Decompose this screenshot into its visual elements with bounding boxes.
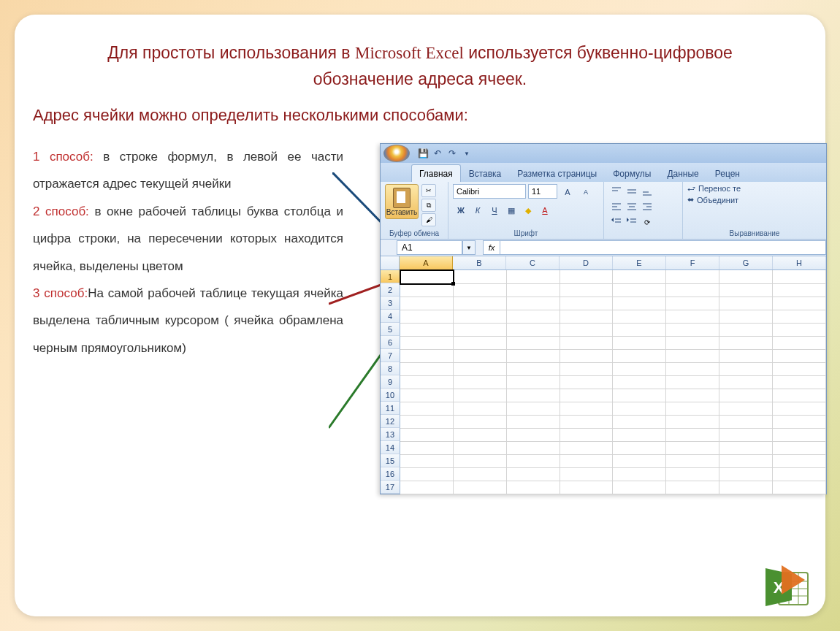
cell[interactable] [666,402,719,416]
cell[interactable] [719,415,773,429]
cell[interactable] [773,362,826,376]
cell[interactable] [719,441,773,455]
cell[interactable] [507,297,560,310]
decrease-font-icon[interactable]: A [578,184,594,200]
cell[interactable] [719,428,773,442]
cell[interactable] [613,310,666,324]
undo-icon[interactable]: ↶ [432,148,443,159]
name-box[interactable]: A1 [397,240,462,255]
merge-button[interactable]: ⬌ Объединит [687,195,822,204]
align-bottom-icon[interactable] [639,184,655,199]
cell[interactable] [773,323,826,337]
cell[interactable] [454,402,507,416]
decrease-indent-icon[interactable] [608,215,625,229]
cell[interactable] [454,362,507,376]
cell[interactable] [773,297,826,310]
cell[interactable] [400,362,454,376]
cell[interactable] [666,270,719,284]
cell[interactable] [666,349,719,363]
cell[interactable] [613,441,666,455]
font-name-selector[interactable]: Calibri [453,184,526,199]
cell[interactable] [613,336,666,350]
cell[interactable] [560,428,614,442]
cell[interactable] [613,428,666,442]
cell[interactable] [773,310,826,324]
cell[interactable] [719,297,773,310]
cell[interactable] [400,481,454,494]
align-top-icon[interactable] [608,184,625,199]
cell[interactable] [666,297,719,310]
cell[interactable] [773,441,826,455]
ribbon-tab[interactable]: Разметка страницы [509,164,605,182]
cell[interactable] [560,402,614,416]
cell[interactable] [400,454,454,468]
cell[interactable] [666,336,719,350]
row-header[interactable]: 14 [381,441,400,454]
cell[interactable] [560,283,614,297]
cell[interactable] [560,323,614,337]
cell[interactable] [400,310,454,324]
row-header[interactable]: 6 [381,336,400,349]
cell[interactable] [400,389,454,402]
cell[interactable] [560,454,614,468]
bold-button[interactable]: Ж [453,202,469,218]
cell[interactable] [773,349,826,363]
cell[interactable] [666,467,719,481]
cell[interactable] [454,454,507,468]
cell[interactable] [454,323,507,337]
cell[interactable] [507,323,560,337]
cell[interactable] [507,349,560,363]
column-header[interactable]: C [506,256,560,269]
cell[interactable] [613,270,666,284]
ribbon-tab[interactable]: Данные [659,164,706,182]
ribbon-tab[interactable]: Вставка [461,164,510,182]
row-header[interactable]: 13 [381,428,400,441]
ribbon-tab[interactable]: Рецен [707,164,748,182]
cell[interactable] [666,375,719,389]
cell[interactable] [507,415,560,429]
cell[interactable] [560,310,614,324]
border-icon[interactable]: ▦ [503,202,519,218]
cell[interactable] [719,454,773,468]
office-button[interactable] [383,145,410,162]
redo-icon[interactable]: ↷ [446,148,458,159]
cell[interactable] [719,283,773,297]
fill-color-icon[interactable]: ◆ [520,202,536,218]
column-header[interactable]: F [666,256,719,269]
cell[interactable] [719,481,773,494]
cell[interactable] [719,270,773,284]
column-header[interactable]: H [773,256,826,269]
cell[interactable] [613,297,666,310]
cell[interactable] [719,336,773,350]
cell[interactable] [507,375,560,389]
cell[interactable] [507,283,560,297]
cell[interactable] [773,481,826,494]
formula-bar[interactable] [500,240,826,255]
row-header[interactable]: 1 [381,270,400,283]
cell[interactable] [719,362,773,376]
ribbon-tab[interactable]: Формулы [605,164,659,182]
name-box-dropdown-icon[interactable]: ▼ [462,240,476,255]
cell[interactable] [773,402,826,416]
cell[interactable] [773,270,826,284]
cell[interactable] [613,402,666,416]
cell[interactable] [719,375,773,389]
cell[interactable] [507,428,560,442]
cell[interactable] [773,454,826,468]
active-cell[interactable] [400,270,454,284]
cell[interactable] [454,310,507,324]
cell[interactable] [400,441,454,455]
cell[interactable] [773,389,826,402]
cell[interactable] [666,310,719,324]
row-header[interactable]: 2 [381,283,400,297]
align-center-icon[interactable] [624,199,640,214]
row-header[interactable]: 10 [381,389,400,402]
row-header[interactable]: 17 [381,481,400,494]
cell[interactable] [613,454,666,468]
cell[interactable] [454,481,507,494]
cell[interactable] [507,336,560,350]
column-header[interactable]: D [560,256,613,269]
row-header[interactable]: 12 [381,415,400,428]
cell[interactable] [507,441,560,455]
paste-button[interactable]: Вставить [385,184,419,219]
